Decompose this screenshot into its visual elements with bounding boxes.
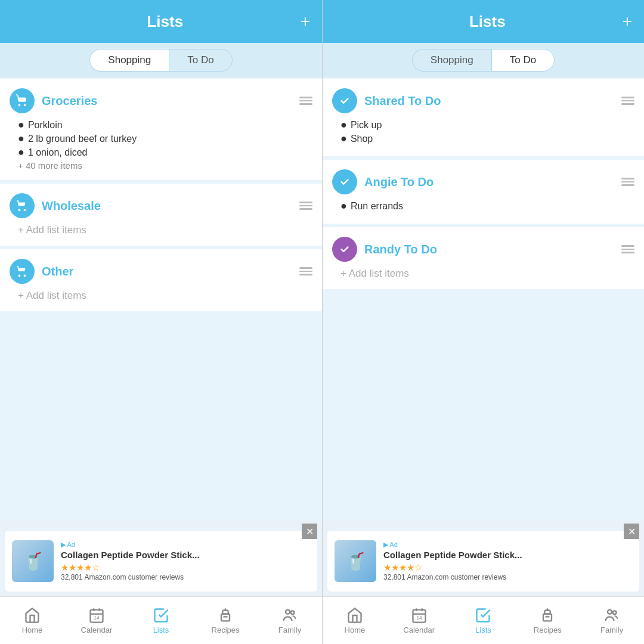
check-icon [338, 94, 351, 107]
left-tab-todo[interactable]: To Do [169, 49, 232, 72]
cart-icon [16, 94, 29, 107]
list-item: Groceries ● Porkloin ● 2 lb ground beef … [0, 79, 322, 180]
left-ad-image: 🥤 [12, 540, 54, 582]
right-header-title: Lists [352, 13, 623, 31]
randy-todo-menu[interactable] [621, 245, 634, 253]
left-ad-stars: ★★★★☆ [61, 562, 310, 573]
left-nav-home[interactable]: Home [0, 597, 64, 644]
left-tab-selector: Shopping To Do [0, 43, 322, 78]
right-lists-container: Shared To Do ● Pick up ● Shop [323, 78, 644, 519]
right-nav-recipes[interactable]: Recipes [515, 597, 580, 644]
left-lists-container: Groceries ● Porkloin ● 2 lb ground beef … [0, 78, 322, 519]
lists-icon [475, 607, 491, 624]
right-tab-todo[interactable]: To Do [491, 49, 555, 72]
add-items-label[interactable]: + Add list items [18, 224, 312, 236]
home-icon [346, 607, 363, 624]
left-nav-family[interactable]: Family [258, 597, 322, 644]
randy-todo-icon [332, 237, 357, 262]
add-items-label[interactable]: + Add list items [18, 290, 312, 302]
svg-point-3 [24, 275, 26, 277]
list-item: Randy To Do + Add list items [323, 227, 644, 289]
groceries-icon [10, 88, 35, 113]
right-add-button[interactable]: + [623, 12, 632, 31]
wholesale-icon [10, 193, 35, 218]
list-item: ● Shop [340, 133, 634, 144]
wholesale-menu[interactable] [299, 202, 312, 210]
right-content: Shared To Do ● Pick up ● Shop [323, 78, 644, 644]
randy-todo-header: Randy To Do [332, 237, 634, 262]
right-nav-calendar[interactable]: 14 Calendar [387, 597, 451, 644]
other-title: Other [42, 265, 299, 278]
groceries-menu[interactable] [299, 97, 312, 105]
groceries-title: Groceries [42, 94, 299, 108]
left-ad-close[interactable]: ✕ [302, 524, 317, 539]
right-header: Lists + [323, 0, 644, 43]
left-ad-content: 🥤 ▶ Ad Collagen Peptide Powder Stick... … [5, 531, 317, 592]
calendar-icon: 14 [411, 607, 428, 624]
svg-point-15 [338, 175, 351, 188]
angie-todo-items: ● Run errands [332, 200, 634, 212]
left-add-button[interactable]: + [301, 12, 310, 31]
other-menu[interactable] [299, 267, 312, 275]
wholesale-items: + Add list items [10, 224, 312, 236]
list-item: Other + Add list items [0, 249, 322, 311]
svg-point-14 [338, 94, 351, 107]
angie-todo-menu[interactable] [621, 178, 634, 186]
right-nav-home[interactable]: Home [323, 597, 387, 644]
groceries-items: ● Porkloin ● 2 lb ground beef or turkey … [10, 119, 312, 171]
shared-todo-menu[interactable] [621, 97, 634, 105]
family-icon [603, 607, 620, 624]
right-ad-title: Collagen Peptide Powder Stick... [383, 550, 632, 560]
other-header: Other [10, 259, 312, 284]
left-header-title: Lists [30, 13, 301, 31]
right-ad-area: ✕ 🥤 ▶ Ad Collagen Peptide Powder Stick..… [323, 519, 644, 596]
groceries-header: Groceries [10, 88, 312, 113]
family-icon [281, 607, 298, 624]
left-panel: Lists + Shopping To Do Groceries [0, 0, 322, 644]
right-ad-badge: ▶ Ad [383, 541, 632, 549]
svg-point-12 [286, 609, 290, 614]
other-items: + Add list items [10, 290, 312, 302]
right-spacer [323, 293, 644, 364]
wholesale-header: Wholesale [10, 193, 312, 218]
home-icon [24, 607, 41, 624]
list-item: ● 1 onion, diced [18, 147, 312, 158]
calendar-icon: 14 [88, 607, 105, 624]
left-tab-shopping[interactable]: Shopping [89, 49, 169, 72]
right-ad-close[interactable]: ✕ [624, 524, 639, 539]
right-ad-text: ▶ Ad Collagen Peptide Powder Stick... ★★… [383, 541, 632, 581]
svg-point-0 [18, 209, 21, 212]
right-nav-family[interactable]: Family [580, 597, 644, 644]
angie-todo-icon [332, 169, 357, 194]
left-nav-calendar[interactable]: 14 Calendar [64, 597, 129, 644]
left-nav-lists[interactable]: Lists [129, 597, 193, 644]
right-bottom-nav: Home 14 Calendar Lists Recipes Family [323, 596, 644, 644]
right-tab-shopping[interactable]: Shopping [412, 49, 491, 72]
right-panel: Lists + Shopping To Do Shared To Do [322, 0, 644, 644]
list-item: ● Pick up [340, 119, 634, 131]
list-item: Shared To Do ● Pick up ● Shop [323, 79, 644, 156]
left-ad-reviews: 32,801 Amazon.com customer reviews [61, 573, 310, 581]
shared-todo-title: Shared To Do [364, 94, 621, 108]
svg-text:14: 14 [94, 615, 100, 621]
shared-todo-items: ● Pick up ● Shop [332, 119, 634, 144]
left-ad-title: Collagen Peptide Powder Stick... [61, 550, 310, 560]
right-nav-lists[interactable]: Lists [451, 597, 516, 644]
randy-todo-title: Randy To Do [364, 243, 621, 256]
svg-point-26 [613, 611, 617, 614]
left-nav-recipes[interactable]: Recipes [193, 597, 258, 644]
add-items-label[interactable]: + Add list items [340, 268, 634, 280]
svg-point-16 [338, 243, 351, 256]
list-item: Angie To Do ● Run errands [323, 160, 644, 224]
left-header: Lists + [0, 0, 322, 43]
svg-text:14: 14 [416, 615, 422, 621]
shared-todo-icon [332, 88, 357, 113]
svg-point-13 [291, 611, 295, 614]
left-ad-badge: ▶ Ad [61, 541, 310, 549]
right-ad-image: 🥤 [335, 540, 376, 582]
check-icon [338, 175, 351, 188]
left-spacer [0, 315, 322, 386]
right-ad-reviews: 32,801 Amazon.com customer reviews [383, 573, 632, 581]
svg-point-25 [608, 609, 612, 614]
list-item: ● 2 lb ground beef or turkey [18, 133, 312, 144]
